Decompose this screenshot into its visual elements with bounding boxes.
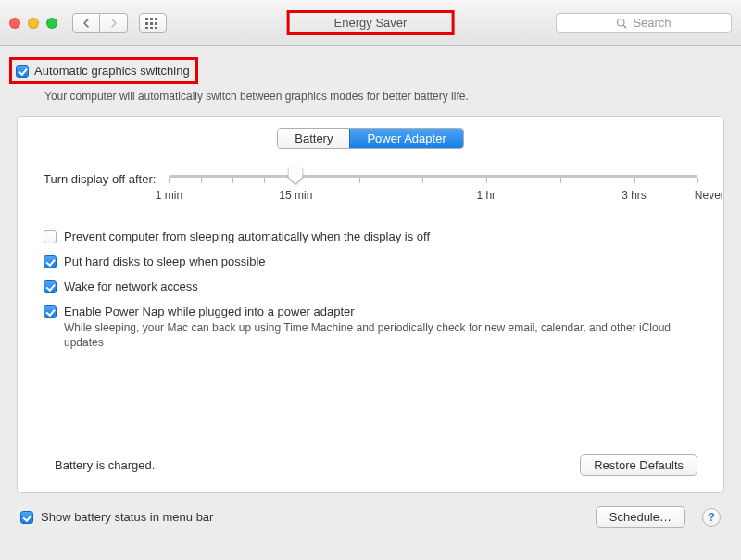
opt-prevent-sleep: Prevent computer from sleeping automatic… [44,230,697,243]
forward-button[interactable] [100,13,128,33]
svg-point-9 [618,19,625,26]
search-icon [616,18,627,29]
tick-label: 15 min [279,189,312,202]
menu-bar-label: Show battery status in menu bar [41,510,213,524]
tab-power-adapter[interactable]: Power Adapter [349,129,462,148]
opt-label: Wake for network access [64,280,198,293]
auto-graphics-row: Automatic graphics switching [17,56,724,86]
battery-status: Battery is charged. [55,458,155,472]
search-input[interactable]: Search [556,13,732,33]
tick-label: Never [695,189,724,202]
zoom-icon[interactable] [46,18,57,29]
tick-label: 1 hr [476,189,496,202]
opt-wake-network: Wake for network access [44,280,697,293]
opt-power-nap: Enable Power Nap while plugged into a po… [44,305,697,350]
search-placeholder: Search [633,16,671,30]
titlebar: Energy Saver Search [0,0,741,46]
schedule-button[interactable]: Schedule… [596,506,685,528]
nav-buttons [72,13,128,33]
options-list: Prevent computer from sleeping automatic… [44,230,697,350]
svg-rect-0 [145,18,148,20]
annotation-highlight: Automatic graphics switching [9,57,198,84]
svg-rect-3 [145,22,148,25]
auto-graphics-label: Automatic graphics switching [34,64,190,78]
svg-rect-8 [155,27,157,29]
close-icon[interactable] [9,18,20,29]
slider-thumb[interactable] [288,168,303,184]
bottom-bar: Show battery status in menu bar Schedule… [17,493,724,528]
minimize-icon[interactable] [28,18,39,29]
tick-label: 3 hrs [622,189,647,202]
svg-rect-2 [155,18,157,20]
display-sleep-slider-row: Turn display off after: 1 min [44,169,697,189]
settings-pane: Battery Power Adapter Turn display off a… [17,116,724,493]
auto-graphics-checkbox[interactable] [16,65,29,78]
opt-hard-disks: Put hard disks to sleep when possible [44,255,697,268]
annotation-highlight: Energy Saver [287,10,455,35]
opt-label: Enable Power Nap while plugged into a po… [64,305,697,318]
grid-icon [145,18,160,29]
opt-hard-disks-checkbox[interactable] [44,255,57,268]
content: Automatic graphics switching Your comput… [0,46,741,541]
opt-power-nap-checkbox[interactable] [44,305,57,318]
opt-wake-network-checkbox[interactable] [44,280,57,293]
restore-defaults-button[interactable]: Restore Defaults [580,454,697,476]
show-all-button[interactable] [139,13,167,33]
window-controls [9,18,57,29]
svg-rect-6 [145,27,148,29]
opt-prevent-sleep-checkbox[interactable] [44,230,57,243]
svg-rect-5 [155,22,157,25]
help-button[interactable]: ? [702,508,721,527]
menu-bar-checkbox[interactable] [20,511,33,524]
display-sleep-label: Turn display off after: [44,172,156,186]
window-title: Energy Saver [334,16,408,30]
svg-line-10 [624,25,627,28]
search-field-wrap: Search [556,13,732,33]
svg-rect-1 [150,18,153,20]
help-icon: ? [708,510,715,524]
display-sleep-slider[interactable]: 1 min 15 min 1 hr 3 hrs Never [169,169,697,189]
pane-footer: Battery is charged. Restore Defaults [44,454,697,476]
tabs: Battery Power Adapter [44,128,697,149]
svg-rect-4 [150,22,153,25]
opt-label: Prevent computer from sleeping automatic… [64,230,430,243]
slider-track [169,175,697,178]
tab-battery[interactable]: Battery [278,129,349,148]
svg-rect-7 [150,27,153,29]
opt-subtext: While sleeping, your Mac can back up usi… [64,320,697,350]
opt-label: Put hard disks to sleep when possible [64,255,266,268]
auto-graphics-subtext: Your computer will automatically switch … [44,90,724,103]
back-button[interactable] [72,13,100,33]
window-title-box: Energy Saver [287,10,455,35]
tick-label: 1 min [156,189,182,202]
